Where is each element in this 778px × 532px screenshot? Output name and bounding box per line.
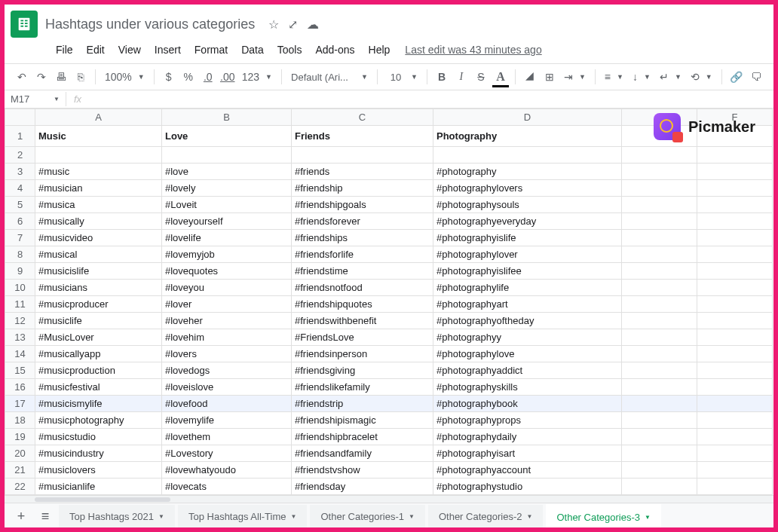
sheet-tab-3[interactable]: Other Categories-2▼ [428, 505, 543, 528]
cell-D18[interactable]: #photographyprops [433, 412, 622, 429]
cell-F4[interactable] [697, 180, 773, 197]
cell-C19[interactable]: #friendshipbracelet [292, 429, 433, 445]
cell-B6[interactable]: #loveyourself [162, 213, 292, 230]
cell-E8[interactable] [622, 246, 697, 263]
cell-C8[interactable]: #friendsforlife [292, 246, 433, 263]
row-header-4[interactable]: 4 [5, 180, 35, 197]
cell-A11[interactable]: #musicproducer [35, 296, 162, 313]
cell-A14[interactable]: #musicallyapp [35, 346, 162, 362]
cell-B5[interactable]: #Loveit [162, 197, 292, 213]
cell-F22[interactable] [697, 478, 773, 495]
cell-E21[interactable] [622, 462, 697, 478]
row-header-16[interactable]: 16 [5, 379, 35, 396]
cell-F3[interactable] [697, 164, 773, 180]
decrease-decimal-button[interactable]: .0 [200, 69, 216, 85]
cell-B12[interactable]: #loveher [162, 313, 292, 329]
cell-B10[interactable]: #loveyou [162, 280, 292, 296]
star-icon[interactable]: ☆ [268, 17, 279, 32]
cell-A2[interactable] [35, 147, 162, 164]
cell-B20[interactable]: #Lovestory [162, 445, 292, 462]
cell-A16[interactable]: #musicfestival [35, 379, 162, 396]
cell-E7[interactable] [622, 230, 697, 246]
menu-tools[interactable]: Tools [271, 41, 308, 59]
cell-B3[interactable]: #love [162, 164, 292, 180]
cell-F12[interactable] [697, 313, 773, 329]
menu-file[interactable]: File [50, 41, 79, 59]
cell-A6[interactable]: #musically [35, 213, 162, 230]
doc-title[interactable]: Hashtags under various categories [45, 17, 255, 32]
row-header-12[interactable]: 12 [5, 313, 35, 329]
cell-C4[interactable]: #friendship [292, 180, 433, 197]
cell-E14[interactable] [622, 346, 697, 362]
cell-B18[interactable]: #lovemylife [162, 412, 292, 429]
cell-D11[interactable]: #photographyart [433, 296, 622, 313]
cell-E5[interactable] [622, 197, 697, 213]
cell-B2[interactable] [162, 147, 292, 164]
cell-D19[interactable]: #photographydaily [433, 429, 622, 445]
row-header-1[interactable]: 1 [5, 126, 35, 147]
cell-D20[interactable]: #photographyisart [433, 445, 622, 462]
row-header-5[interactable]: 5 [5, 197, 35, 213]
row-header-14[interactable]: 14 [5, 346, 35, 362]
cell-B13[interactable]: #lovehim [162, 329, 292, 346]
increase-decimal-button[interactable]: .00 [219, 69, 236, 85]
cell-D6[interactable]: #photographyeveryday [433, 213, 622, 230]
cell-E2[interactable] [622, 147, 697, 164]
cell-F9[interactable] [697, 263, 773, 280]
cell-F10[interactable] [697, 280, 773, 296]
cell-E16[interactable] [622, 379, 697, 396]
cell-A1[interactable]: Music [35, 126, 162, 147]
cell-A20[interactable]: #musicindustry [35, 445, 162, 462]
cell-A15[interactable]: #musicproduction [35, 362, 162, 379]
row-header-22[interactable]: 22 [5, 478, 35, 495]
cell-A12[interactable]: #musiclife [35, 313, 162, 329]
text-color-button[interactable]: A [492, 69, 509, 85]
column-header-D[interactable]: D [433, 109, 622, 126]
row-header-3[interactable]: 3 [5, 164, 35, 180]
cell-C14[interactable]: #friendsinperson [292, 346, 433, 362]
cell-A7[interactable]: #musicvideo [35, 230, 162, 246]
cell-D4[interactable]: #photographylovers [433, 180, 622, 197]
redo-button[interactable]: ↷ [33, 69, 50, 85]
row-header-20[interactable]: 20 [5, 445, 35, 462]
percent-button[interactable]: % [180, 69, 197, 85]
cell-B7[interactable]: #lovelife [162, 230, 292, 246]
cell-F7[interactable] [697, 230, 773, 246]
cell-B11[interactable]: #lover [162, 296, 292, 313]
cell-F2[interactable] [697, 147, 773, 164]
cell-D7[interactable]: #photographyislife [433, 230, 622, 246]
cell-F18[interactable] [697, 412, 773, 429]
cell-E15[interactable] [622, 362, 697, 379]
cell-E11[interactable] [622, 296, 697, 313]
number-format-select[interactable]: 123▼ [239, 69, 275, 85]
cell-C11[interactable]: #friendshipquotes [292, 296, 433, 313]
row-header-13[interactable]: 13 [5, 329, 35, 346]
cell-A5[interactable]: #musica [35, 197, 162, 213]
cell-D3[interactable]: #photography [433, 164, 622, 180]
valign-button[interactable]: ↓▼ [629, 69, 654, 85]
cell-B1[interactable]: Love [162, 126, 292, 147]
sheet-tab-2[interactable]: Other Categories-1▼ [310, 505, 424, 528]
strike-button[interactable]: S [473, 69, 489, 85]
menu-insert[interactable]: Insert [149, 41, 187, 59]
cell-E19[interactable] [622, 429, 697, 445]
cell-D13[interactable]: #photographyy [433, 329, 622, 346]
cell-E13[interactable] [622, 329, 697, 346]
cell-B22[interactable]: #lovecats [162, 478, 292, 495]
cell-C13[interactable]: #FriendsLove [292, 329, 433, 346]
row-header-11[interactable]: 11 [5, 296, 35, 313]
menu-data[interactable]: Data [235, 41, 270, 59]
fontsize-select[interactable]: 10▼ [384, 69, 421, 85]
font-select[interactable]: Default (Ari...▼ [288, 69, 371, 85]
cell-F16[interactable] [697, 379, 773, 396]
row-header-10[interactable]: 10 [5, 280, 35, 296]
cell-A13[interactable]: #MusicLover [35, 329, 162, 346]
cell-E9[interactable] [622, 263, 697, 280]
cell-F13[interactable] [697, 329, 773, 346]
link-button[interactable]: 🔗 [728, 69, 745, 85]
add-sheet-button[interactable]: + [11, 506, 32, 527]
cell-C9[interactable]: #friendstime [292, 263, 433, 280]
sheet-tab-1[interactable]: Top Hashtags All-Time▼ [178, 505, 308, 528]
cell-B14[interactable]: #lovers [162, 346, 292, 362]
column-header-A[interactable]: A [35, 109, 162, 126]
